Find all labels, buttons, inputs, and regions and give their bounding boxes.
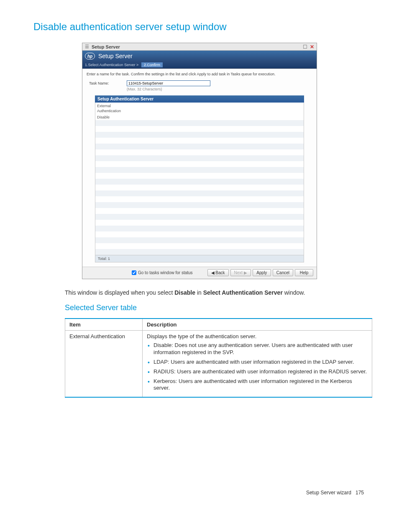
- table-row-empty: [95, 149, 304, 155]
- list-item: Kerberos: Users are authenticated with u…: [147, 378, 368, 392]
- close-icon[interactable]: ✕: [310, 44, 314, 50]
- goto-tasks-checkbox[interactable]: [132, 270, 136, 275]
- body-text-bold2: Select Authentication Server: [203, 289, 283, 296]
- task-name-hint: (Max. 32 Characters): [127, 87, 210, 91]
- wizard-steps: 1.Select Authentication Server > 2.Confi…: [82, 62, 317, 69]
- table-row-empty: [95, 120, 304, 126]
- cancel-button[interactable]: Cancel: [273, 269, 293, 276]
- page-footer: Setup Server wizard 175: [33, 490, 366, 496]
- footer-bar: Go to tasks window for status ◀ Back Nex…: [82, 267, 317, 279]
- task-name-label: Task Name:: [89, 80, 127, 85]
- body-text: This window is displayed when you select…: [65, 289, 366, 296]
- table-row-empty: [95, 155, 304, 161]
- task-name-input[interactable]: [127, 80, 210, 86]
- doc-th-item: Item: [65, 319, 143, 331]
- table-row-empty: [95, 243, 304, 249]
- table-row-empty: [95, 144, 304, 149]
- body-text-post: window.: [283, 289, 305, 296]
- table-row-empty: [95, 202, 304, 208]
- table-row-empty: [95, 190, 304, 196]
- table-header-col1-line2: Authentication: [97, 109, 121, 113]
- wizard-step-2: 2.Confirm: [141, 62, 163, 67]
- body-text-bold1: Disable: [174, 289, 195, 296]
- help-button[interactable]: Help: [295, 269, 313, 276]
- wizard-step-separator: >: [136, 63, 138, 67]
- list-item: LDAP: Users are authenticated with user …: [147, 359, 368, 366]
- maximize-icon[interactable]: ☐: [303, 44, 307, 50]
- next-button-label: Next: [234, 270, 243, 275]
- table-row-empty: [95, 173, 304, 179]
- back-button[interactable]: ◀ Back: [207, 269, 229, 276]
- table-row-empty: [95, 179, 304, 185]
- content-area: Enter a name for the task. Confirm the s…: [82, 69, 317, 267]
- window-title-bar: ☰ Setup Server ☐ ✕: [82, 43, 317, 51]
- auth-server-table: External Authentication Disable: [95, 103, 304, 255]
- table-row-empty: [95, 138, 304, 144]
- table-row-empty: [95, 126, 304, 132]
- goto-tasks-label: Go to tasks window for status: [138, 270, 193, 275]
- footer-label: Setup Server wizard: [306, 490, 351, 496]
- table-row-empty: [95, 220, 304, 226]
- table-total: Total: 1: [95, 255, 304, 262]
- footer-page-num: 175: [356, 490, 364, 496]
- hp-logo-icon: hp: [85, 53, 95, 59]
- table-row-empty: [95, 214, 304, 220]
- selected-server-table: Item Description External Authentication…: [65, 318, 372, 398]
- table-row-empty: [95, 161, 304, 167]
- doc-td-desc: Displays the type of the authentication …: [143, 331, 372, 398]
- table-header-row: External Authentication: [95, 103, 304, 114]
- wizard-step-1[interactable]: 1.Select Authentication Server: [85, 63, 136, 67]
- sub-heading: Selected Server table: [65, 303, 366, 312]
- table-row-empty: [95, 249, 304, 255]
- list-item: Disable: Does not use any authentication…: [147, 342, 368, 356]
- apply-button[interactable]: Apply: [253, 269, 271, 276]
- table-row-empty: [95, 237, 304, 243]
- body-text-pre: This window is displayed when you select: [65, 289, 174, 296]
- table-row-empty: [95, 132, 304, 138]
- doc-th-desc: Description: [143, 319, 372, 331]
- table-row-empty: [95, 196, 304, 202]
- window-header-title: Setup Server: [98, 53, 133, 59]
- collapse-icon[interactable]: ☰: [85, 44, 89, 49]
- instructions-text: Enter a name for the task. Confirm the s…: [87, 72, 312, 76]
- table-header-col1-line1: External: [97, 104, 111, 108]
- list-item: RADIUS: Users are authenticated with use…: [147, 368, 368, 375]
- next-button: Next ▶: [230, 269, 251, 276]
- doc-td-item: External Authentication: [65, 331, 143, 398]
- table-row-empty: [95, 231, 304, 237]
- table-cell: Disable: [95, 114, 130, 120]
- body-text-mid: in: [195, 289, 203, 296]
- auth-server-table-heading: Setup Authentication Server: [95, 95, 304, 103]
- goto-tasks-checkbox-wrap[interactable]: Go to tasks window for status: [132, 270, 193, 275]
- table-row-empty: [95, 226, 304, 231]
- doc-desc-intro: Displays the type of the authentication …: [147, 333, 368, 339]
- window-header: hp Setup Server: [82, 51, 317, 62]
- back-button-label: Back: [215, 270, 225, 275]
- table-row-empty: [95, 167, 304, 173]
- table-row-empty: [95, 208, 304, 214]
- task-name-row: Task Name: (Max. 32 Characters): [87, 80, 312, 91]
- table-row-empty: [95, 185, 304, 190]
- table-row[interactable]: Disable: [95, 114, 304, 120]
- setup-server-window: ☰ Setup Server ☐ ✕ hp Setup Server 1.Sel…: [82, 43, 317, 279]
- page-heading: Disable authentication server setup wind…: [33, 21, 366, 33]
- window-title: Setup Server: [92, 44, 300, 49]
- table-header-col1: External Authentication: [95, 103, 130, 114]
